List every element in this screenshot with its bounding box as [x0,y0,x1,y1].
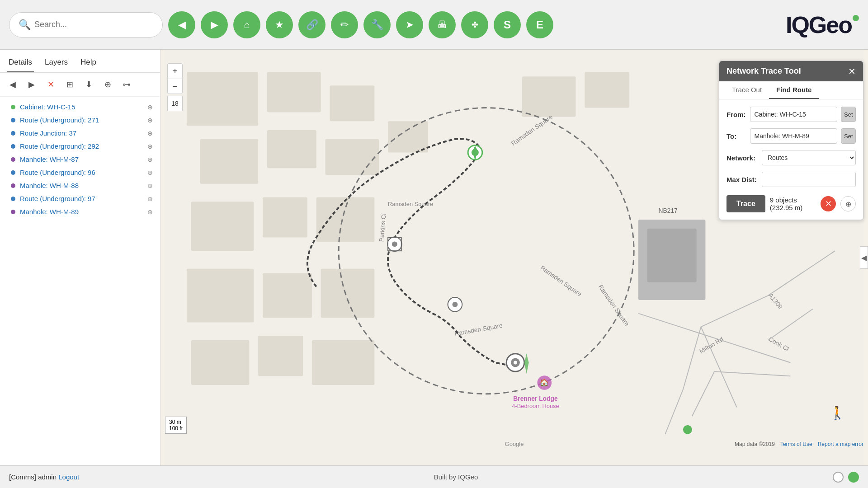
results-list: Cabinet: WH-C-15 ⊕ Route (Underground): … [0,97,160,465]
status-built-by: Built by IQGeo [79,473,833,481]
find-route-tab[interactable]: Find Route [769,81,819,99]
trace-out-tab[interactable]: Trace Out [725,81,769,99]
s-button[interactable]: S [494,11,521,38]
result-link[interactable]: Manhole: WH-M-88 [20,182,147,189]
left-panel: Details Layers Help ◀ ▶ ✕ ⊞ ⬇ ⊕ ⊶ Cabine… [0,50,160,465]
result-link[interactable]: Cabinet: WH-C-15 [20,103,147,111]
panel-toolbar: ◀ ▶ ✕ ⊞ ⬇ ⊕ ⊶ [0,73,160,97]
zoom-in-button[interactable]: + [167,63,183,79]
result-link[interactable]: Manhole: WH-M-87 [20,155,147,163]
list-item[interactable]: Manhole: WH-M-89 ⊕ [0,205,160,218]
result-link[interactable]: Route (Underground): 292 [20,142,147,150]
map-collapse-button[interactable]: ◀ [860,246,868,269]
svg-text:NB217: NB217 [659,207,678,214]
map-data-credit: Map data ©2019 [735,441,775,447]
share-button[interactable]: ✤ [461,11,488,38]
status-right [833,472,859,483]
tab-details[interactable]: Details [7,54,34,72]
trace-zoom-result-button[interactable]: ⊕ [840,196,856,211]
list-item[interactable]: Cabinet: WH-C-15 ⊕ [0,100,160,113]
svg-rect-7 [388,121,428,152]
zoom-icon: ⊕ [147,195,153,202]
link-button[interactable]: 🔗 [298,11,326,38]
terms-link[interactable]: Terms of Use [780,441,812,447]
to-input[interactable] [750,128,837,144]
result-link[interactable]: Manhole: WH-M-89 [20,208,147,216]
svg-rect-10 [316,197,375,242]
zoom-out-button[interactable]: − [167,79,183,94]
result-dot [11,131,15,136]
svg-rect-5 [267,130,316,168]
list-item[interactable]: Manhole: WH-M-87 ⊕ [0,153,160,166]
trace-action-row: Trace 9 objects (232.95 m) ✕ ⊕ [726,195,856,212]
tab-layers[interactable]: Layers [43,54,70,72]
from-set-button[interactable]: Set [841,107,856,122]
svg-rect-2 [267,72,321,112]
forward-button[interactable]: ▶ [201,11,228,38]
panel-grid-button[interactable]: ⊞ [61,76,78,93]
home-button[interactable]: ⌂ [233,11,260,38]
from-field-row: From: Set [726,107,856,122]
to-set-button[interactable]: Set [841,128,856,144]
list-item[interactable]: Route Junction: 37 ⊕ [0,127,160,140]
trace-clear-result-button[interactable]: ✕ [821,196,836,211]
panel-download-button[interactable]: ⬇ [80,76,97,93]
trace-panel-close-button[interactable]: ✕ [848,67,856,76]
trace-panel: Network Trace Tool ✕ Trace Out Find Rout… [719,61,863,220]
logo-text: IQGeo [786,11,852,38]
list-item[interactable]: Route (Underground): 292 ⊕ [0,140,160,153]
svg-rect-8 [191,202,254,251]
network-label: Network: [726,154,758,162]
result-dot [11,183,15,188]
bookmarks-button[interactable]: ★ [266,11,293,38]
svg-text:Brenner Lodge: Brenner Lodge [513,395,558,402]
zoom-icon: ⊕ [147,156,153,163]
svg-rect-18 [585,72,629,108]
tab-help[interactable]: Help [79,54,98,72]
search-input[interactable] [34,20,153,29]
panel-clear-button[interactable]: ✕ [42,76,59,93]
trace-button[interactable]: Trace [726,195,765,212]
location-button[interactable]: ➤ [396,11,423,38]
e-button[interactable]: E [526,11,553,38]
panel-forward-button[interactable]: ▶ [24,76,40,93]
panel-zoom-button[interactable]: ⊕ [99,76,116,93]
svg-rect-9 [263,197,307,237]
pegman-icon[interactable]: 🚶 [830,405,845,420]
logout-link[interactable]: Logout [58,473,79,481]
from-input[interactable] [750,107,837,122]
zoom-icon: ⊕ [147,143,153,150]
svg-rect-20 [647,229,697,282]
list-item[interactable]: Manhole: WH-M-88 ⊕ [0,179,160,192]
svg-point-57 [683,425,692,434]
list-item[interactable]: Route (Underground): 96 ⊕ [0,166,160,179]
result-link[interactable]: Route (Underground): 97 [20,195,147,202]
report-link[interactable]: Report a map error [818,441,863,447]
svg-rect-1 [187,72,258,126]
result-link[interactable]: Route (Underground): 96 [20,169,147,176]
result-link[interactable]: Route Junction: 37 [20,129,147,137]
panel-back-button[interactable]: ◀ [5,76,21,93]
to-label: To: [726,132,746,140]
maxdist-input[interactable] [762,172,856,187]
tools-button[interactable]: 🔧 [363,11,391,38]
zoom-icon: ⊕ [147,169,153,176]
panel-hierarchy-button[interactable]: ⊶ [118,76,135,93]
topbar: 🔍 ◀ ▶ ⌂ ★ 🔗 ✏ 🔧 ➤ 🖶 ✤ S E IQGeo [0,0,868,50]
result-link[interactable]: Route (Underground): 271 [20,116,147,124]
zoom-icon: ⊕ [147,103,153,111]
back-button[interactable]: ◀ [168,11,195,38]
map-area[interactable]: NB217 Ramsden Square Ramsden Square Rams… [160,50,868,465]
status-indicator-green [848,472,859,483]
network-select[interactable]: Routes [762,150,856,165]
print-button[interactable]: 🖶 [429,11,456,38]
svg-rect-13 [321,269,375,318]
edit-button[interactable]: ✏ [331,11,358,38]
logo-dot [853,15,859,21]
result-dot [11,157,15,162]
trace-panel-body: From: Set To: Set Network: Routes Max Di… [719,99,863,220]
svg-point-39 [452,302,458,307]
list-item[interactable]: Route (Underground): 97 ⊕ [0,192,160,205]
list-item[interactable]: Route (Underground): 271 ⊕ [0,113,160,127]
from-label: From: [726,111,746,118]
